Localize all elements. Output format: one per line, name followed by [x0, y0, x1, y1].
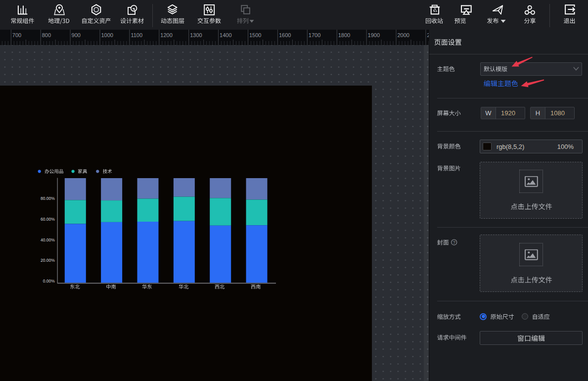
svg-text:20.00%: 20.00% — [41, 258, 55, 263]
svg-text:0.00%: 0.00% — [43, 279, 55, 284]
svg-text:80.00%: 80.00% — [41, 196, 55, 201]
svg-text:40.00%: 40.00% — [41, 238, 55, 242]
svg-text:60.00%: 60.00% — [41, 217, 55, 222]
